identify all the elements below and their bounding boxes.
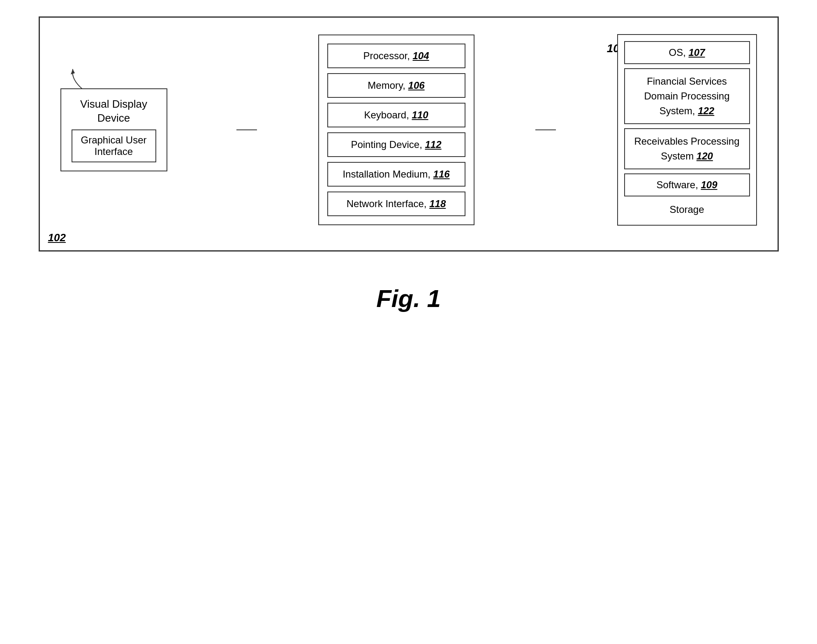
server-software: Software, 109 — [624, 173, 750, 196]
server-outer-box: OS, 107 Financial Services Domain Proces… — [617, 34, 757, 226]
left-section: Visual Display Device Graphical User Int… — [60, 88, 176, 171]
server-os: OS, 107 — [624, 41, 750, 64]
connector-left — [236, 129, 257, 130]
hw-installation-medium: Installation Medium, 116 — [327, 162, 465, 187]
label-102: 102 — [48, 231, 66, 244]
vdd-box: Visual Display Device Graphical User Int… — [60, 88, 167, 171]
fig-caption: Fig. 1 — [376, 284, 441, 313]
connector-right — [535, 129, 556, 130]
server-rps: Receivables Processing System 120 — [624, 128, 750, 169]
hw-keyboard: Keyboard, 110 — [327, 103, 465, 127]
vdd-title: Visual Display Device — [72, 97, 156, 125]
diagram-inner: Visual Display Device Graphical User Int… — [60, 34, 757, 226]
gui-box: Graphical User Interface — [72, 129, 156, 162]
svg-marker-0 — [71, 69, 75, 74]
hw-processor: Processor, 104 — [327, 44, 465, 68]
server-fsdps: Financial Services Domain Processing Sys… — [624, 68, 750, 124]
page-container: 114 108 Visual Display Device Graphical … — [18, 16, 799, 313]
middle-section: Processor, 104 Memory, 106 Keyboard, 110… — [318, 35, 474, 225]
diagram-outer-box: 114 108 Visual Display Device Graphical … — [39, 16, 779, 252]
right-section: OS, 107 Financial Services Domain Proces… — [617, 34, 757, 226]
server-storage: Storage — [624, 201, 750, 219]
curve-arrow-114 — [67, 67, 100, 92]
hw-memory: Memory, 106 — [327, 73, 465, 98]
hw-pointing-device: Pointing Device, 112 — [327, 132, 465, 157]
hw-network-interface: Network Interface, 118 — [327, 192, 465, 216]
